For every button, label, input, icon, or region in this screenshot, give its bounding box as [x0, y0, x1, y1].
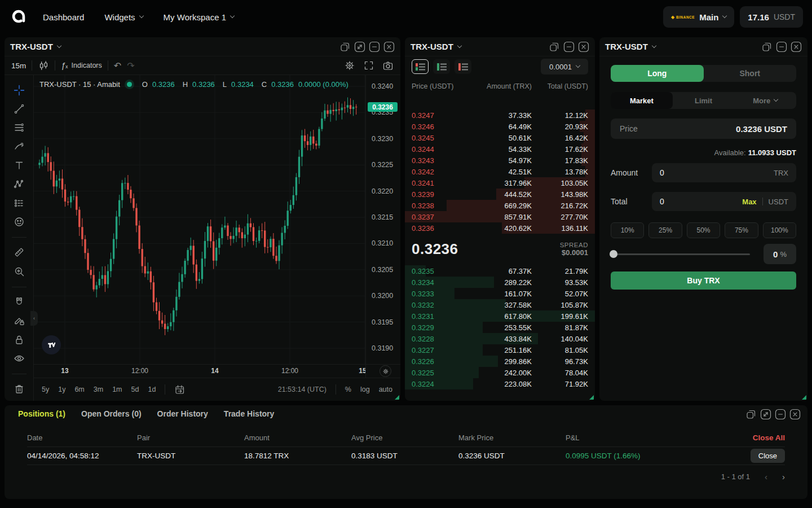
duplicate-window-icon[interactable] [339, 41, 351, 52]
draw-lock-tool-icon[interactable] [11, 314, 27, 328]
orderbook-bid-row[interactable]: 0.3225242.00K78.04K [405, 367, 595, 378]
orderbook-ask-row[interactable]: 0.324550.61K16.42K [405, 132, 595, 143]
book-asks-view-icon[interactable] [454, 59, 471, 74]
text-tool-icon[interactable] [11, 158, 27, 172]
orderbook-bid-row[interactable]: 0.3229253.55K81.87K [405, 322, 595, 333]
expand-window-icon[interactable] [760, 409, 771, 420]
time-axis[interactable]: 1312:001412:0015 [34, 364, 365, 378]
orderbook-ask-row[interactable]: 0.324737.33K12.12K [405, 110, 595, 121]
expand-window-icon[interactable] [354, 41, 365, 52]
nav-item-widgets[interactable]: Widgets [104, 12, 143, 22]
orderbook-ask-row[interactable]: 0.3237857.91K277.70K [405, 211, 595, 222]
slider-knob[interactable] [610, 250, 617, 258]
redo-button[interactable]: ↷ [127, 60, 134, 71]
chart-settings-gear-icon[interactable] [344, 60, 355, 71]
orderbook-ask-row[interactable]: 0.324664.49K20.93K [405, 121, 595, 132]
go-to-date-calendar-icon[interactable] [174, 384, 186, 395]
scale-button-percent[interactable]: % [345, 386, 351, 393]
app-logo-icon[interactable] [9, 7, 28, 27]
fib-retracement-tool-icon[interactable] [11, 121, 27, 135]
minimize-window-icon[interactable] [775, 409, 786, 420]
tradingview-logo-icon[interactable] [42, 335, 61, 354]
minimize-window-icon[interactable] [776, 41, 787, 52]
close-position-button[interactable]: Close [751, 449, 785, 463]
orderbook-ask-row[interactable]: 0.3238669.29K216.72K [405, 200, 595, 211]
orderbook-ask-row[interactable]: 0.3239444.52K143.98K [405, 189, 595, 200]
chart-symbol-selector[interactable]: TRX-USDT [10, 42, 61, 51]
magnet-tool-icon[interactable] [11, 295, 27, 309]
total-input[interactable]: 0 Max USDT [652, 192, 796, 211]
range-button-5d[interactable]: 5d [131, 386, 139, 393]
side-tab-short[interactable]: Short [704, 65, 797, 82]
balance-display[interactable]: 17.16 USDT [740, 6, 803, 28]
resize-handle[interactable] [395, 395, 399, 400]
duplicate-window-icon[interactable] [761, 41, 773, 52]
price-axis[interactable]: 0.3236 0.32400.32350.32300.32250.32200.3… [365, 75, 400, 364]
precision-selector[interactable]: 0.0001 [541, 59, 588, 75]
percent-button-10[interactable]: 10% [611, 222, 644, 238]
orderbook-bid-row[interactable]: 0.3233161.07K52.07K [405, 288, 595, 299]
orderbook-ask-row[interactable]: 0.3236420.62K136.11K [405, 222, 595, 234]
range-button-1d[interactable]: 1d [148, 386, 156, 393]
range-button-1y[interactable]: 1y [58, 386, 65, 393]
close-all-button[interactable]: Close All [707, 433, 785, 442]
zoom-in-tool-icon[interactable] [11, 264, 27, 278]
emoji-tool-icon[interactable] [11, 215, 27, 229]
chart-clock[interactable]: 21:53:14 (UTC) [278, 386, 326, 393]
percent-button-100[interactable]: 100% [763, 222, 796, 238]
close-window-icon[interactable] [791, 41, 802, 52]
minimize-window-icon[interactable] [369, 41, 380, 52]
book-bids-view-icon[interactable] [433, 59, 450, 74]
chart-plot-area[interactable]: TRX-USDT · 15 · Amabit O0.3236 H0.3236 L… [34, 75, 365, 364]
orderbook-bid-row[interactable]: 0.3234289.22K93.53K [405, 277, 595, 288]
order-type-tab-more[interactable]: More [734, 92, 796, 109]
pagination-prev-icon[interactable]: ‹ [765, 472, 767, 481]
candle-style-button[interactable] [38, 60, 49, 71]
tab-open-orders-0-[interactable]: Open Orders (0) [81, 409, 142, 418]
indicators-button[interactable]: ƒx Indicators [61, 61, 102, 70]
buy-submit-button[interactable]: Buy TRX [611, 271, 796, 290]
range-button-6m[interactable]: 6m [74, 386, 84, 393]
order-type-tab-market[interactable]: Market [611, 92, 673, 109]
lock-tool-icon[interactable] [11, 332, 27, 347]
book-both-view-icon[interactable] [412, 59, 429, 74]
brush-tool-icon[interactable] [11, 139, 27, 154]
percent-button-75[interactable]: 75% [725, 222, 758, 238]
hide-tool-icon[interactable] [11, 351, 27, 365]
amount-input[interactable]: 0 TRX [652, 163, 796, 182]
orderbook-ask-row[interactable]: 0.3241317.96K103.05K [405, 177, 595, 189]
tab-trade-history[interactable]: Trade History [224, 409, 274, 418]
fullscreen-icon[interactable] [363, 60, 374, 71]
trend-line-tool-icon[interactable] [11, 102, 27, 116]
range-button-3m[interactable]: 3m [94, 386, 103, 393]
nav-item-my-workspace-1[interactable]: My Workspace 1 [164, 12, 234, 22]
ruler-tool-icon[interactable] [11, 246, 27, 260]
close-window-icon[interactable] [383, 41, 395, 52]
orderbook-bid-row[interactable]: 0.3224223.08K71.92K [405, 378, 595, 389]
duplicate-window-icon[interactable] [549, 41, 560, 52]
orderbook-bid-row[interactable]: 0.323567.37K21.79K [405, 265, 595, 277]
resize-handle[interactable] [589, 395, 594, 400]
percent-button-25[interactable]: 25% [648, 222, 682, 238]
tab-order-history[interactable]: Order History [157, 409, 208, 418]
percent-button-50[interactable]: 50% [687, 222, 720, 238]
orderbook-ask-row[interactable]: 0.324354.97K17.83K [405, 155, 595, 166]
long-position-tool-icon[interactable] [11, 196, 27, 210]
trash-tool-icon[interactable] [11, 382, 27, 396]
side-tab-long[interactable]: Long [611, 65, 704, 82]
sidebar-collapse-handle[interactable]: ‹ [30, 311, 38, 326]
tab-positions-1-[interactable]: Positions (1) [18, 409, 65, 418]
undo-button[interactable]: ↶ [114, 60, 121, 71]
amount-slider[interactable] [611, 253, 750, 255]
close-window-icon[interactable] [578, 41, 589, 52]
snapshot-camera-icon[interactable] [382, 60, 394, 71]
trade-symbol-selector[interactable]: TRX-USDT [605, 42, 656, 51]
range-button-5y[interactable]: 5y [42, 386, 49, 393]
scale-button-log[interactable]: log [360, 386, 370, 393]
scale-button-auto[interactable]: auto [379, 386, 392, 393]
minimize-window-icon[interactable] [563, 41, 575, 52]
orderbook-bid-row[interactable]: 0.3231617.80K199.61K [405, 310, 595, 322]
max-button[interactable]: Max [742, 198, 756, 206]
orderbook-ask-row[interactable]: 0.324454.33K17.62K [405, 143, 595, 155]
duplicate-window-icon[interactable] [745, 409, 757, 420]
